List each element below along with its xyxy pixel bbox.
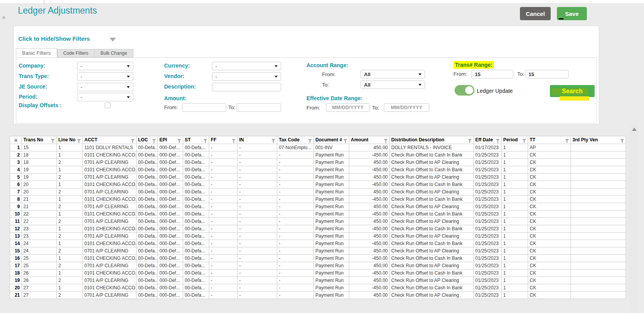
grid-cell[interactable] [571, 151, 626, 159]
filter-funnel-icon[interactable] [384, 139, 388, 143]
grid-cell[interactable]: 000-Def... [158, 292, 183, 299]
period-dropdown[interactable]: - [77, 93, 133, 101]
grid-cell[interactable]: 01/25/2023 [474, 284, 502, 292]
grid-cell[interactable]: - [209, 144, 238, 151]
grid-cell[interactable]: Check Run Offset to AP Clearing [390, 218, 474, 225]
grid-cell[interactable]: 2 [57, 188, 83, 196]
grid-cell[interactable] [571, 144, 626, 151]
grid-cell[interactable]: 00-Defa... [183, 277, 209, 284]
grid-cell[interactable]: 1 [57, 166, 83, 174]
grid-cell[interactable]: 20 [22, 181, 57, 188]
grid-cell[interactable]: - [277, 247, 314, 255]
tab-basic-filters[interactable]: Basic Filters [16, 48, 57, 57]
grid-cell[interactable]: 450.00 [349, 218, 390, 225]
display-offsets-checkbox[interactable] [105, 103, 110, 108]
grid-cell[interactable]: 1 [502, 188, 528, 196]
grid-cell[interactable]: 00-Defa... [136, 225, 158, 233]
grid-cell[interactable]: 0101 CHECKING ACCO... [83, 225, 136, 233]
column-menu-icon[interactable]: ≡ [12, 137, 20, 143]
grid-cell[interactable]: -450.00 [349, 210, 390, 218]
row-number-cell[interactable]: 7 [10, 188, 22, 196]
grid-cell[interactable]: Check Run Offset to AP Clearing [390, 188, 474, 196]
grid-cell[interactable]: 000-Def... [158, 225, 183, 233]
grid-cell[interactable]: 00-Defa... [183, 188, 209, 196]
grid-cell[interactable]: DOLLY RENTALS - INVOICE [390, 144, 474, 151]
grid-cell[interactable]: -450.00 [349, 270, 390, 277]
trans-to-input[interactable]: 15 [525, 70, 569, 78]
row-number-cell[interactable]: 13 [10, 233, 22, 240]
grid-cell[interactable]: 2 [57, 159, 83, 166]
grid-cell[interactable]: -450.00 [349, 151, 390, 159]
grid-cell[interactable]: - [209, 188, 238, 196]
grid-cell[interactable]: 450.00 [349, 292, 390, 299]
grid-cell[interactable]: 1 [57, 210, 83, 218]
grid-cell[interactable]: Check Run Offset to AP Clearing [390, 292, 474, 299]
grid-cell[interactable]: 0701 A/P CLEARING [83, 262, 136, 270]
grid-cell[interactable]: 20 [22, 188, 57, 196]
grid-cell[interactable]: 2 [57, 277, 83, 284]
grid-cell[interactable]: - [277, 196, 314, 203]
grid-cell[interactable]: CK [528, 151, 571, 159]
grid-cell[interactable]: 2 [57, 262, 83, 270]
grid-cell[interactable]: 00-Defa... [183, 262, 209, 270]
grid-cell[interactable]: Payment Run [314, 188, 349, 196]
grid-cell[interactable]: 1 [502, 270, 528, 277]
grid-cell[interactable]: Payment Run [314, 240, 349, 247]
grid-cell[interactable]: - [277, 181, 314, 188]
grid-cell[interactable]: 000-Def... [158, 159, 183, 166]
grid-cell[interactable]: 00-Defa... [136, 255, 158, 262]
grid-cell[interactable]: 450.00 [349, 188, 390, 196]
grid-cell[interactable]: 1 [57, 240, 83, 247]
row-number-cell[interactable]: 1 [10, 144, 22, 151]
grid-cell[interactable]: Payment Run [314, 203, 349, 210]
grid-cell[interactable]: - [277, 277, 314, 284]
grid-cell[interactable] [571, 181, 626, 188]
grid-cell[interactable]: 00-Defa... [183, 284, 209, 292]
grid-cell[interactable]: - [277, 292, 314, 299]
grid-cell[interactable]: - [238, 188, 277, 196]
grid-cell[interactable]: 1 [502, 144, 528, 151]
grid-cell[interactable]: 00-Defa... [183, 247, 209, 255]
vendor-dropdown[interactable]: - [212, 72, 281, 81]
grid-cell[interactable]: 18 [22, 159, 57, 166]
hide-show-filters-toggle[interactable]: Click to Hide/Show Filters [18, 35, 90, 42]
grid-cell[interactable]: - [209, 210, 238, 218]
grid-cell[interactable]: CK [528, 181, 571, 188]
amount-to-input[interactable] [236, 103, 281, 112]
grid-cell[interactable]: 01/25/2023 [474, 181, 502, 188]
grid-header-cell[interactable]: ACCT [83, 136, 136, 144]
grid-cell[interactable]: - [209, 277, 238, 284]
grid-cell[interactable]: 450.00 [349, 159, 390, 166]
grid-cell[interactable]: 01/25/2023 [474, 247, 502, 255]
grid-cell[interactable]: 01/25/2023 [474, 188, 502, 196]
filter-funnel-icon[interactable] [131, 139, 135, 143]
table-row[interactable]: 31820701 A/P CLEARING00-Defa...000-Def..… [10, 159, 626, 166]
grid-cell[interactable]: Payment Run [314, 255, 349, 262]
grid-cell[interactable]: - [238, 233, 277, 240]
grid-cell[interactable] [571, 225, 626, 233]
grid-cell[interactable]: Check Run Offset to AP Clearing [390, 233, 474, 240]
grid-cell[interactable] [571, 196, 626, 203]
grid-cell[interactable]: Check Run Offset to Cash In Bank [390, 196, 474, 203]
table-row[interactable]: 41910101 CHECKING ACCO...00-Defa...000-D… [10, 166, 626, 174]
grid-cell[interactable]: 18 [22, 151, 57, 159]
grid-cell[interactable]: 0101 CHECKING ACCO... [83, 240, 136, 247]
grid-cell[interactable]: 1 [57, 284, 83, 292]
grid-cell[interactable]: 1 [57, 151, 83, 159]
grid-cell[interactable]: 0701 A/P CLEARING [83, 218, 136, 225]
grid-cell[interactable]: - [238, 292, 277, 299]
grid-cell[interactable] [571, 270, 626, 277]
grid-cell[interactable]: - [238, 203, 277, 210]
grid-cell[interactable]: Payment Run [314, 277, 349, 284]
grid-cell[interactable]: - [209, 196, 238, 203]
grid-cell[interactable]: 1 [502, 233, 528, 240]
table-row[interactable]: 21810101 CHECKING ACCO...00-Defa...000-D… [10, 151, 626, 159]
grid-cell[interactable]: - [277, 240, 314, 247]
row-number-cell[interactable]: 6 [10, 181, 22, 188]
row-number-cell[interactable]: 4 [10, 166, 22, 174]
grid-cell[interactable]: - [209, 166, 238, 174]
grid-cell[interactable]: CK [528, 292, 571, 299]
grid-header-cell[interactable]: EPI [158, 136, 183, 144]
grid-cell[interactable] [571, 159, 626, 166]
grid-cell[interactable]: - [209, 218, 238, 225]
